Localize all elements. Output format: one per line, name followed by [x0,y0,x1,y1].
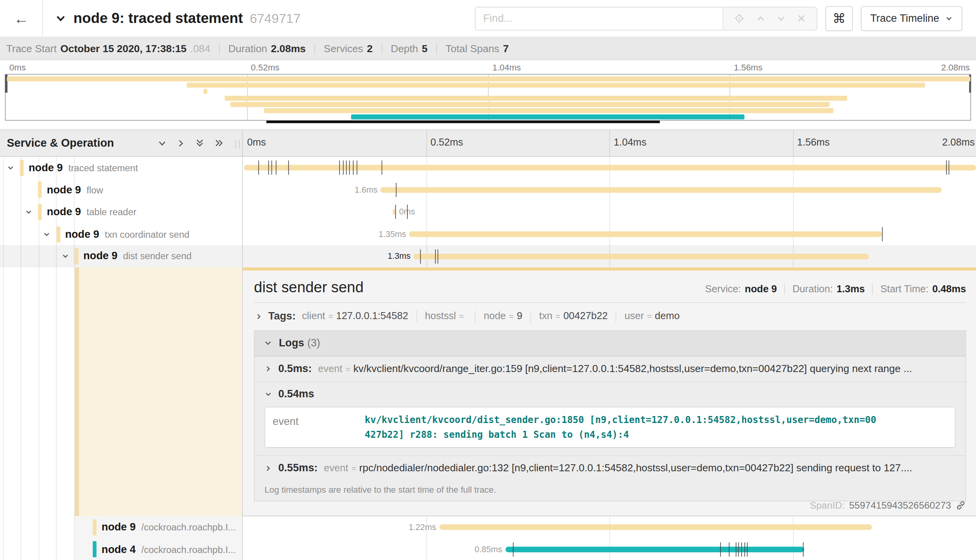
collapse-one-icon[interactable] [157,139,167,148]
log-entry[interactable]: 0.55ms: event = rpc/nodedialer/nodediale… [255,455,965,481]
divider [475,310,476,323]
logs-header[interactable]: Logs (3) [255,331,965,356]
minimap-canvas[interactable] [5,74,971,121]
chevron-down-icon[interactable] [43,230,51,238]
span-row[interactable]: node 9table reader0ms [0,201,976,223]
detail-meta: Service: node 9 Duration: 1.3ms Start Ti… [705,284,966,295]
span-duration-label: 1.3ms [388,245,410,267]
span-id-label: SpanID: [810,500,845,511]
span-bar[interactable] [439,525,872,530]
span-bar[interactable] [381,187,941,193]
link-icon[interactable] [955,500,966,511]
chevron-down-icon[interactable] [25,208,32,216]
clear-find-icon[interactable] [797,14,806,23]
log-event-value: kv/kvclient/kvcoord/dist_sender.go:1850 … [365,413,876,442]
trace-view-selector-label: Trace Timeline [870,12,939,25]
axis-tick-label: 0.52ms [251,62,279,72]
span-row[interactable]: node 9/cockroach.roachpb.I...1.22ms [0,516,976,538]
trace-view-selector[interactable]: Trace Timeline [861,6,962,31]
start-time-value: 0.48ms [932,284,966,295]
expand-one-icon[interactable] [176,139,185,148]
span-id-row: SpanID: 5597415943526560273 [810,500,966,511]
log-entry-expanded[interactable]: 0.54ms event kv/kvclient/kvcoord/dist_se… [255,381,965,455]
span-name-cell[interactable]: node 9table reader [0,201,242,223]
column-resizer-handle[interactable] [235,140,240,149]
span-bar-cell[interactable]: 1.6ms [243,179,976,201]
divider [616,310,617,323]
span-name-cell[interactable]: node 9/cockroach.roachpb.I... [0,516,242,538]
collapse-trace-chevron-icon[interactable] [55,12,67,24]
span-rows-top: node 9traced statementnode 9flow1.6msnod… [0,157,976,267]
span-name-cell[interactable]: node 9flow [0,179,242,201]
log-tick-mark [744,542,745,556]
span-name-cell[interactable]: node 9dist sender send [0,245,242,267]
prev-match-icon[interactable] [755,13,765,23]
span-bar-cell[interactable]: 0.85ms [243,538,976,560]
log-tick-mark [349,161,350,175]
selected-subtree-band [79,267,242,516]
operation-name: table reader [86,207,136,217]
minimap-axis: 0ms0.52ms1.04ms1.56ms2.08ms [5,62,971,73]
next-match-icon[interactable] [776,13,786,23]
minimap-span-bar [231,102,830,107]
summary-value: 5 [422,42,428,54]
log-timestamp: 0.5ms: [278,363,312,375]
service-name: node 9 [102,521,136,533]
log-tick-mark [438,249,439,263]
service-name: node 9 [65,228,99,240]
span-bar-cell[interactable] [243,157,976,179]
divider [219,43,220,54]
duration-label: Duration: [793,284,833,295]
keyboard-shortcuts-button[interactable]: ⌘ [825,6,853,31]
find-input[interactable] [476,7,722,30]
span-name-cell[interactable]: node 9traced statement [0,157,242,179]
axis-divider [426,130,427,156]
tags-row[interactable]: Tags: client=127.0.0.1:54582hostssl=node… [255,310,966,323]
chevron-down-icon [264,339,272,348]
tag-key: txn [539,310,552,321]
span-bar[interactable] [505,547,804,552]
chevron-down-icon[interactable] [61,253,69,260]
span-duration-label: 1.35ms [379,223,406,245]
log-entry[interactable]: 0.5ms: event = kv/kvclient/kvcoord/range… [255,356,965,381]
span-bar-cell[interactable]: 1.3ms [243,245,976,267]
divider [784,284,785,295]
span-bar[interactable] [244,165,976,170]
log-key: event [318,363,342,374]
span-bar-cell[interactable]: 0ms [243,201,976,223]
axis-tick-label: 0ms [9,62,26,72]
span-row[interactable]: node 9txn coordinator send1.35ms [0,223,976,245]
tag-key: node [484,310,506,321]
operation-name: /cockroach.roachpb.I... [141,544,236,555]
axis-divider [793,130,793,156]
locate-icon[interactable] [734,13,745,24]
equals-sign: = [459,312,464,321]
log-tick-mark [343,161,344,175]
span-bar-cell[interactable]: 1.22ms [243,516,976,538]
chevron-right-icon [264,365,272,372]
span-bar-cell[interactable]: 1.35ms [243,223,976,245]
chevron-right-icon [264,465,272,472]
span-bar[interactable] [414,254,869,259]
summary-value: 2.08ms [271,42,306,54]
minimap-scrollbar-thumb[interactable] [266,121,660,123]
span-name-cell[interactable]: node 4/cockroach.roachpb.I... [0,538,242,560]
tags-items: client=127.0.0.1:54582hostssl=node=9txn=… [302,310,680,323]
span-bar[interactable] [409,232,882,237]
summary-label: Depth [391,42,418,54]
collapse-all-icon[interactable] [195,138,205,148]
chevron-down-icon[interactable] [7,164,14,172]
trace-timeline-body: node 9traced statementnode 9flow1.6msnod… [0,157,976,560]
span-row[interactable]: node 4/cockroach.roachpb.I...0.85ms [0,538,976,560]
back-button[interactable]: ← [0,0,43,37]
span-row[interactable]: node 9traced statement [0,157,976,179]
expand-all-icon[interactable] [214,138,224,148]
span-row[interactable]: node 9flow1.6ms [0,179,976,201]
timeline-header: Service & Operation 0ms0.52ms1.04ms1.56m… [0,129,976,156]
span-name-cell[interactable]: node 9txn coordinator send [0,223,242,245]
log-tick-mark [729,542,730,556]
top-bar: ← node 9: traced statement 6749717 [0,0,976,37]
log-tick-mark [356,161,357,175]
summary-value: 7 [503,42,509,54]
span-row[interactable]: node 9dist sender send1.3ms [0,245,976,267]
